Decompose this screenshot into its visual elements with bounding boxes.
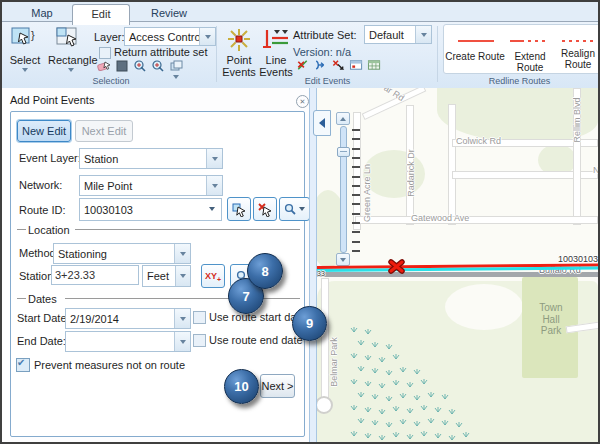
pan-to-selection-icon[interactable] (151, 59, 165, 73)
zoom-to-selection-icon[interactable] (133, 59, 147, 73)
tab-review[interactable]: Review (138, 4, 200, 22)
event-window-icon[interactable] (349, 58, 364, 72)
point-events-icon (224, 27, 254, 53)
callout-10: 10 (224, 369, 259, 404)
new-edit-button[interactable]: New Edit (17, 120, 71, 142)
dropdown-caret-icon (180, 274, 186, 278)
attribute-set-combobox[interactable]: Default (364, 25, 432, 44)
selection-square-icon[interactable] (115, 59, 129, 73)
rectangle-tool-button[interactable]: Rectangle (54, 26, 86, 54)
route-measure-label: 33 (317, 270, 325, 277)
dropdown-caret-icon (180, 340, 186, 344)
dropdown-caret-icon (180, 317, 186, 321)
selection-options-icon[interactable] (169, 59, 183, 73)
redline-routes-group-label: Redline Routes (439, 76, 600, 86)
zoom-slider-track[interactable] (340, 126, 347, 253)
next-edit-button[interactable]: Next Edit (75, 120, 133, 142)
attribute-set-label: Attribute Set: (293, 29, 357, 41)
event-layer-combobox[interactable]: Station (79, 148, 223, 169)
use-route-end-date-checkbox[interactable] (193, 334, 206, 347)
extend-route-button[interactable]: Extend Route (502, 52, 558, 73)
event-layer-dropdown-button[interactable] (206, 149, 222, 168)
method-dropdown-button[interactable] (174, 244, 190, 263)
network-dropdown-button[interactable] (206, 176, 222, 195)
event-table-icon[interactable] (367, 58, 382, 72)
start-date-value: 2/19/2014 (70, 313, 119, 325)
select-tool-button[interactable]: } Select (10, 26, 40, 54)
edit-events-group-label: Edit Events (218, 76, 437, 86)
use-route-start-date-checkbox[interactable] (193, 311, 206, 324)
dropdown-caret-icon (205, 35, 211, 39)
line-events-label: Line Events (258, 55, 294, 78)
use-route-end-date-label: Use route end date (209, 334, 303, 346)
collapse-panel-tab[interactable] (313, 110, 331, 136)
prevent-measures-label: Prevent measures not on route (34, 359, 185, 371)
route-id-map-label: 10030103 (558, 254, 598, 264)
group-separator (216, 26, 217, 82)
route-select-on-map-button[interactable] (227, 197, 251, 221)
next-button[interactable]: Next > (260, 374, 295, 398)
start-date-dropdown-button[interactable] (174, 309, 190, 328)
layer-value: Access Control (129, 31, 203, 43)
create-route-button[interactable]: Create Route (445, 52, 505, 63)
tab-edit[interactable]: Edit (72, 4, 130, 25)
layer-dropdown-button[interactable] (199, 28, 215, 45)
merge-events-icon[interactable] (313, 58, 328, 72)
route-clear-selection-button[interactable] (253, 197, 277, 221)
panel-map-splitter[interactable] (309, 88, 317, 442)
start-date-combobox[interactable]: 2/19/2014 (65, 308, 191, 329)
station-units-dropdown-button[interactable] (175, 266, 190, 286)
route-id-caret-icon (209, 207, 215, 211)
rectangle-tool-icon (54, 26, 86, 52)
dates-separator (17, 298, 26, 299)
station-units-combobox[interactable]: Feet (142, 265, 191, 287)
layer-combobox[interactable]: Access Control (124, 27, 216, 46)
station-units-value: Feet (147, 270, 169, 282)
zoom-out-button[interactable] (336, 253, 350, 266)
left-arrow-icon (319, 118, 325, 128)
xy-button-label: XY (205, 271, 217, 281)
magnifier-icon (284, 203, 297, 216)
route-id-combobox[interactable]: 10030103 (79, 198, 222, 221)
map-canvas[interactable]: TownHallPark Buffalo Rd ar Rd Green Acre… (317, 88, 598, 442)
dates-separator (65, 298, 300, 299)
end-date-combobox[interactable] (65, 331, 191, 352)
line-events-button[interactable]: Line Events (260, 27, 292, 55)
method-combobox[interactable]: Stationing (53, 243, 191, 264)
location-separator (75, 229, 300, 230)
route-clear-icon (257, 201, 273, 217)
select-dropdown-caret-icon (22, 68, 28, 72)
create-route-icon (458, 40, 494, 42)
dates-section-title: Dates (28, 293, 57, 305)
callout-9: 9 (292, 306, 327, 341)
zoom-slider-handle[interactable] (337, 147, 350, 157)
realign-route-icon (562, 40, 594, 42)
delete-event-icon[interactable] (295, 58, 310, 72)
prevent-measures-checkbox[interactable]: ✔ (16, 358, 30, 372)
route-search-button[interactable] (279, 197, 310, 221)
event-layer-label: Event Layer: (19, 152, 81, 164)
station-input[interactable] (51, 265, 139, 285)
end-date-dropdown-button[interactable] (174, 332, 190, 351)
network-combobox[interactable]: Mile Point (79, 175, 223, 196)
move-event-icon[interactable] (331, 58, 346, 72)
return-attribute-set-label: Return attribute set (114, 46, 208, 58)
line-events-icon (260, 27, 292, 53)
down-arrow-icon (340, 258, 346, 262)
rectangle-tool-label: Rectangle (48, 55, 92, 67)
clear-selection-icon[interactable] (97, 59, 111, 73)
close-icon[interactable]: ✕ (296, 95, 309, 108)
point-events-button[interactable]: Point Events (224, 27, 254, 55)
layer-label: Layer: (94, 31, 125, 43)
dropdown-caret-icon (212, 157, 218, 161)
up-arrow-icon (340, 117, 346, 121)
extend-route-icon (510, 40, 548, 42)
realign-route-button[interactable]: Realign Route (556, 49, 600, 70)
return-attribute-set-checkbox[interactable] (99, 47, 111, 59)
tab-map[interactable]: Map (16, 4, 68, 22)
method-value: Stationing (58, 248, 107, 260)
attribute-set-dropdown-button[interactable] (415, 26, 431, 43)
version-label: Version: n/a (293, 46, 351, 58)
xy-coordinates-button[interactable]: XY+ (201, 264, 225, 288)
zoom-in-button[interactable] (336, 112, 350, 125)
